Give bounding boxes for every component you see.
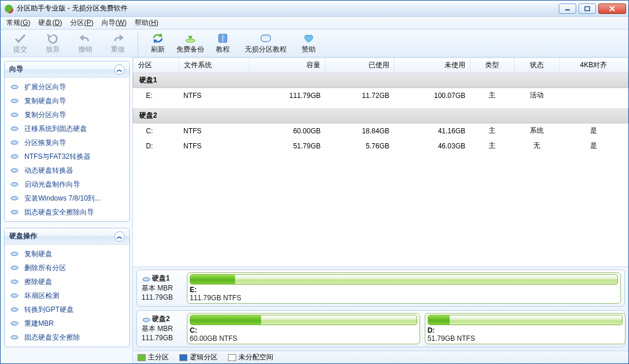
sidebar-item[interactable]: 复制分区向导 — [6, 108, 128, 122]
disk-info: 硬盘1基本 MBR111.79GB — [140, 272, 182, 304]
svg-point-17 — [11, 183, 18, 186]
toolbar-discard-button[interactable]: 放弃 — [37, 31, 69, 56]
sidebar-item[interactable]: 删除所有分区 — [6, 261, 128, 275]
toolbar-undo-button[interactable]: 撤销 — [69, 31, 102, 56]
usage-bar — [428, 315, 623, 325]
sidebar-item[interactable]: 重建MBR — [6, 316, 128, 330]
col-header[interactable]: 状态 — [515, 58, 559, 73]
col-header[interactable]: 文件系统 — [179, 58, 250, 73]
toolbar-label: 放弃 — [46, 45, 60, 54]
partition-box[interactable]: E:111.79GB NTFS — [187, 272, 621, 304]
col-header[interactable]: 类型 — [470, 58, 515, 73]
col-header[interactable]: 未使用 — [394, 58, 470, 73]
table-row[interactable]: D:NTFS51.79GB5.76GB46.03GB主无是 — [133, 139, 628, 154]
toolbar-backup-button[interactable]: 免费备份 — [174, 31, 207, 56]
col-header[interactable]: 已使用 — [326, 58, 395, 73]
svg-point-19 — [11, 210, 18, 214]
toolbar-tutor-button[interactable]: 教程 — [207, 31, 239, 56]
sidebar-item[interactable]: NTFS与FAT32转换器 — [6, 150, 128, 163]
disk-name: 硬盘2 — [152, 314, 170, 324]
usage-bar — [190, 315, 417, 325]
panel-header[interactable]: 硬盘操作︽ — [5, 228, 129, 245]
sidebar-item[interactable]: 复制硬盘 — [6, 247, 128, 261]
table-row[interactable]: C:NTFS60.00GB18.84GB41.16GB主系统是 — [133, 123, 628, 139]
disk-info: 硬盘2基本 MBR111.79GB — [140, 313, 182, 344]
sidebar-item-label: 复制硬盘向导 — [24, 96, 66, 106]
sidebar-item-label: 启动光盘制作向导 — [24, 180, 80, 190]
table-group-row[interactable]: 硬盘1 — [133, 73, 628, 88]
main-area: 分区文件系统容量已使用未使用类型状态4KB对齐 硬盘1E:NTFS111.79G… — [133, 57, 628, 363]
sidebar-item[interactable]: 启动光盘制作向导 — [6, 177, 128, 191]
svg-point-26 — [11, 336, 18, 339]
disk-bar-row: C:60.00GB NTFSD:51.79GB NTFS — [187, 313, 621, 344]
menu-item[interactable]: 硬盘(D) — [38, 18, 62, 28]
sidebar-item[interactable]: 固态硬盘安全擦除 — [6, 330, 128, 344]
menu-item[interactable]: 常规(G) — [6, 18, 30, 28]
menu-item[interactable]: 向导(W) — [102, 18, 126, 28]
close-button[interactable] — [598, 3, 626, 14]
sidebar[interactable]: 向导︽扩展分区向导复制硬盘向导复制分区向导迁移系统到固态硬盘分区恢复向导NTFS… — [1, 57, 133, 363]
undo-icon — [78, 32, 92, 45]
sidebar-item[interactable]: 固态硬盘安全擦除向导 — [6, 205, 128, 219]
svg-rect-3 — [585, 6, 590, 10]
disk-name: 硬盘1 — [152, 274, 170, 283]
revert-icon — [46, 32, 60, 45]
sidebar-item[interactable]: 坏扇区检测 — [6, 289, 128, 303]
panel-header[interactable]: 向导︽ — [5, 61, 129, 78]
minimize-button[interactable] — [559, 3, 576, 14]
toolbar-donate-button[interactable]: 赞助 — [292, 31, 325, 56]
erase-icon — [9, 332, 20, 343]
legend-logical: 逻辑分区 — [179, 352, 218, 362]
partition-table-wrap[interactable]: 分区文件系统容量已使用未使用类型状态4KB对齐 硬盘1E:NTFS111.79G… — [133, 57, 628, 267]
toolbar-label: 重做 — [111, 45, 125, 54]
svg-point-10 — [11, 85, 18, 89]
col-header[interactable]: 4KB对齐 — [559, 58, 628, 73]
sidebar-item[interactable]: 分区恢复向导 — [6, 136, 128, 150]
table-group-row[interactable]: 硬盘2 — [133, 108, 628, 123]
toolbar-lossless-button[interactable]: 无损分区教程 — [239, 31, 292, 56]
sidebar-item-label: 复制分区向导 — [24, 110, 66, 120]
sidebar-item[interactable]: 擦除硬盘 — [6, 275, 128, 289]
chevron-up-icon[interactable]: ︽ — [114, 64, 125, 75]
mbr-icon — [9, 318, 20, 329]
recover-icon — [9, 137, 20, 148]
sidebar-item[interactable]: 转换到GPT硬盘 — [6, 303, 128, 316]
panel-title: 硬盘操作 — [9, 231, 37, 241]
menu-item[interactable]: 分区(P) — [70, 18, 93, 28]
app-window: 分区助手专业版 - 无损分区免费软件 常规(G)硬盘(D)分区(P)向导(W)帮… — [0, 0, 629, 364]
maximize-button[interactable] — [579, 3, 596, 14]
sidebar-item-label: 坏扇区检测 — [24, 291, 59, 301]
toolbar-refresh-button[interactable]: 刷新 — [142, 31, 174, 56]
sidebar-item-label: 删除所有分区 — [24, 263, 66, 273]
menu-item[interactable]: 帮助(H) — [135, 18, 158, 28]
sidebar-item-label: 重建MBR — [24, 319, 54, 329]
toolbar-redo-button[interactable]: 重做 — [102, 31, 134, 56]
table-row[interactable]: E:NTFS111.79GB11.72GB100.07GB主活动 — [133, 88, 628, 103]
sidebar-item[interactable]: 安装Windows 7/8/10到... — [6, 191, 128, 205]
sidebar-item[interactable]: 扩展分区向导 — [6, 80, 128, 94]
svg-point-23 — [11, 294, 18, 297]
sidebar-item[interactable]: 迁移系统到固态硬盘 — [6, 122, 128, 136]
col-header[interactable]: 分区 — [133, 58, 179, 73]
partition-letter: D: — [428, 326, 623, 334]
toolbar-label: 撤销 — [78, 45, 92, 54]
toolbar-commit-button[interactable]: 提交 — [4, 31, 37, 56]
sidebar-item-label: 转换到GPT硬盘 — [24, 305, 74, 315]
svg-point-12 — [11, 113, 18, 117]
toolbar-label: 免费备份 — [176, 45, 204, 54]
disk-box[interactable]: 硬盘1基本 MBR111.79GBE:111.79GB NTFS — [136, 270, 625, 307]
svg-point-22 — [11, 280, 18, 283]
sidebar-item[interactable]: 复制硬盘向导 — [6, 94, 128, 108]
disk-box[interactable]: 硬盘2基本 MBR111.79GBC:60.00GB NTFSD:51.79GB… — [136, 310, 625, 347]
migrate-icon — [9, 123, 20, 134]
chevron-up-icon[interactable]: ︽ — [114, 231, 125, 242]
partition-box[interactable]: D:51.79GB NTFS — [425, 313, 626, 344]
col-header[interactable]: 容量 — [250, 58, 326, 73]
refresh-icon — [151, 32, 165, 45]
svg-point-11 — [11, 99, 18, 103]
copy-disk-icon — [9, 96, 20, 106]
partition-box[interactable]: C:60.00GB NTFS — [187, 313, 420, 344]
toolbar: 提交放弃撤销重做刷新免费备份教程无损分区教程赞助 — [1, 30, 628, 57]
svg-point-14 — [11, 141, 18, 144]
sidebar-item[interactable]: 动态硬盘转换器 — [6, 163, 128, 177]
